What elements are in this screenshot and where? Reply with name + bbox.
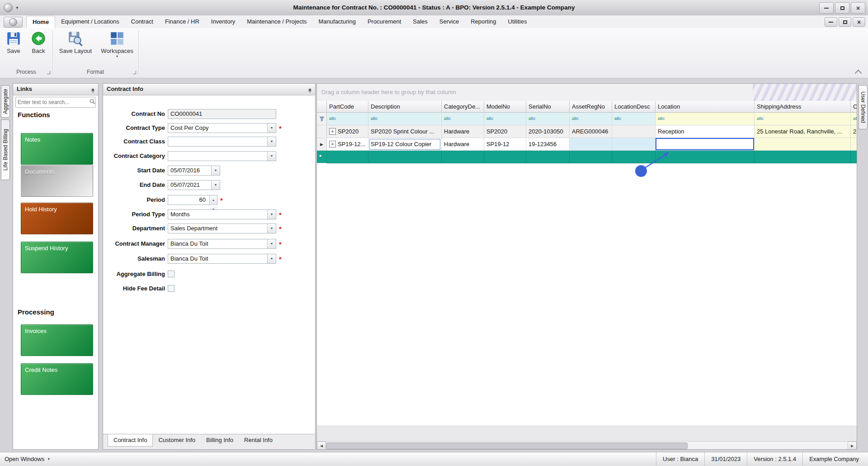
new-row-cell[interactable] — [484, 151, 526, 163]
new-row-cell[interactable] — [327, 151, 368, 163]
cell-modelno[interactable]: SP19-12 — [484, 138, 526, 151]
expand-icon[interactable]: + — [329, 128, 336, 135]
scroll-left-button[interactable]: ◀ — [317, 442, 326, 450]
column-header-description[interactable]: Description — [368, 101, 442, 113]
department-dropdown[interactable]: Sales Department ▼ — [168, 223, 276, 233]
column-header-serialno[interactable]: SerialNo — [526, 101, 570, 113]
cell-co[interactable]: 21 — [851, 125, 857, 138]
close-button[interactable]: × — [851, 2, 865, 14]
contract-manager-dropdown[interactable]: Bianca Du Toit ▼ — [168, 239, 276, 249]
ribbon-tab-reporting[interactable]: Reporting — [465, 15, 502, 28]
ribbon-tab-maintenance-projects[interactable]: Maintenance / Projects — [241, 15, 312, 28]
caret-down-icon[interactable]: ▼ — [267, 210, 276, 219]
cell-partcode[interactable]: + SP19-12... — [327, 138, 368, 151]
new-row-cell[interactable] — [526, 151, 570, 163]
mdi-restore-button[interactable] — [839, 17, 851, 27]
tab-customer-info[interactable]: Customer Info — [153, 434, 201, 446]
ribbon-tab-inventory[interactable]: Inventory — [205, 15, 241, 28]
end-date-picker[interactable]: 05/07/2021 ▼ — [168, 180, 220, 190]
ribbon-tab-finance-hr[interactable]: Finance / HR — [159, 15, 205, 28]
scrollbar-track[interactable] — [326, 442, 848, 450]
ribbon-tab-contract[interactable]: Contract — [125, 15, 159, 28]
filter-cell-location[interactable]: aBc — [656, 113, 755, 125]
cell-assetregno[interactable] — [570, 138, 612, 151]
mdi-close-button[interactable]: × — [853, 17, 865, 27]
caret-down-icon[interactable]: ▼ — [211, 166, 220, 175]
caret-down-icon[interactable]: ▼ — [267, 254, 276, 263]
cell-modelno[interactable]: SP2020 — [484, 125, 526, 138]
cell-description[interactable]: SP2020 Sprint Colour ... — [368, 125, 442, 138]
cell-location[interactable]: Reception — [656, 125, 755, 138]
column-header-shippingaddress[interactable]: ShippingAddress — [755, 101, 851, 113]
column-header-assetregno[interactable]: AssetRegNo — [570, 101, 612, 113]
save-layout-button[interactable]: Save Layout — [58, 31, 93, 54]
spin-buttons[interactable]: ▲ ▼ — [209, 195, 217, 204]
cell-categorydesc[interactable]: Hardware — [442, 138, 484, 151]
aggregate-billing-checkbox[interactable] — [168, 271, 175, 277]
caret-down-icon[interactable]: ▼ — [267, 152, 276, 161]
collapse-ribbon-icon[interactable] — [855, 70, 862, 77]
ribbon-tab-equipment-locations[interactable]: Equipment / Locations — [55, 15, 125, 28]
new-row-cell[interactable] — [570, 151, 612, 163]
column-header-location[interactable]: Location — [656, 101, 755, 113]
suspend-history-button[interactable]: Suspend History — [21, 242, 93, 273]
tab-contract-info[interactable]: Contract Info — [108, 434, 153, 447]
save-button[interactable]: Save — [1, 31, 26, 54]
filter-cell-shippingaddress[interactable]: aBc — [755, 113, 851, 125]
expand-icon[interactable]: + — [329, 141, 336, 147]
cell-shippingaddress[interactable] — [755, 138, 851, 151]
column-header-categorydesc[interactable]: CategoryDe... — [442, 101, 484, 113]
ribbon-tab-service[interactable]: Service — [434, 15, 465, 28]
scrollbar-thumb[interactable] — [326, 442, 688, 449]
contract-type-dropdown[interactable]: Cost Per Copy ▼ — [168, 123, 276, 133]
filter-cell-description[interactable]: aBc — [368, 113, 442, 125]
spin-up-icon[interactable]: ▲ — [210, 195, 217, 205]
contract-category-dropdown[interactable]: ▼ — [168, 151, 276, 161]
grid-group-panel[interactable]: Drag a column header here to group by th… — [317, 84, 857, 101]
ribbon-tab-utilities[interactable]: Utilities — [502, 15, 533, 28]
dialog-launcher-icon[interactable] — [47, 71, 50, 74]
workspaces-button[interactable]: Workspaces ▼ — [99, 31, 136, 58]
side-tab-life-based-billing[interactable]: Life Based Billing — [1, 119, 10, 180]
pin-icon[interactable] — [307, 86, 312, 97]
caret-down-icon[interactable]: ▼ — [267, 239, 276, 248]
notes-button[interactable]: Notes — [21, 133, 93, 165]
ribbon-tab-sales[interactable]: Sales — [407, 15, 434, 28]
tab-rental-info[interactable]: Rental Info — [239, 434, 278, 446]
maximize-button[interactable] — [835, 2, 849, 14]
caret-down-icon[interactable]: ▼ — [211, 181, 220, 190]
column-header-modelno[interactable]: ModelNo — [484, 101, 526, 113]
mdi-minimize-button[interactable] — [825, 17, 837, 27]
search-input[interactable] — [16, 99, 90, 105]
filter-cell-locationdesc[interactable]: aBc — [612, 113, 656, 125]
cell-serialno[interactable]: 2020-103050 — [526, 125, 570, 138]
caret-down-icon[interactable]: ▼ — [267, 137, 276, 146]
ribbon-tab-procurement[interactable]: Procurement — [362, 15, 407, 28]
filter-cell-categorydesc[interactable]: aBc — [442, 113, 484, 125]
pin-icon[interactable] — [90, 86, 95, 97]
cell-serialno[interactable]: 19-123456 — [526, 138, 570, 151]
open-windows-button[interactable]: Open Windows ▼ — [5, 452, 50, 466]
horizontal-scrollbar[interactable]: ◀ ▶ — [317, 441, 857, 450]
inline-editor[interactable]: SP19-12 Colour Copier — [369, 139, 440, 150]
back-button[interactable]: Back — [26, 31, 51, 54]
cell-partcode[interactable]: + SP2020 — [327, 125, 368, 138]
scroll-right-button[interactable]: ▶ — [848, 442, 857, 450]
grid-new-row[interactable]: * — [317, 151, 857, 163]
cell-description-editing[interactable]: SP19-12 Colour Copier — [368, 138, 442, 151]
ribbon-tab-manufacturing[interactable]: Manufacturing — [313, 15, 362, 28]
filter-cell-modelno[interactable]: aBc — [484, 113, 526, 125]
new-row-cell[interactable] — [442, 151, 484, 163]
filter-cell-assetregno[interactable]: aBc — [570, 113, 612, 125]
new-row-cell[interactable] — [755, 151, 851, 163]
hold-history-button[interactable]: Hold History — [21, 203, 93, 234]
new-row-cell[interactable] — [851, 151, 857, 163]
filter-cell-serialno[interactable]: aBc — [526, 113, 570, 125]
contract-class-dropdown[interactable]: ▼ — [168, 137, 276, 147]
hide-fee-detail-checkbox[interactable] — [168, 285, 175, 292]
invoices-button[interactable]: Invoices — [21, 324, 93, 356]
search-icon[interactable] — [90, 98, 95, 106]
column-header-partcode[interactable]: PartCode — [327, 101, 368, 113]
salesman-dropdown[interactable]: Bianca Du Toit ▼ — [168, 254, 276, 264]
filter-cell-partcode[interactable]: aBc — [327, 113, 368, 125]
